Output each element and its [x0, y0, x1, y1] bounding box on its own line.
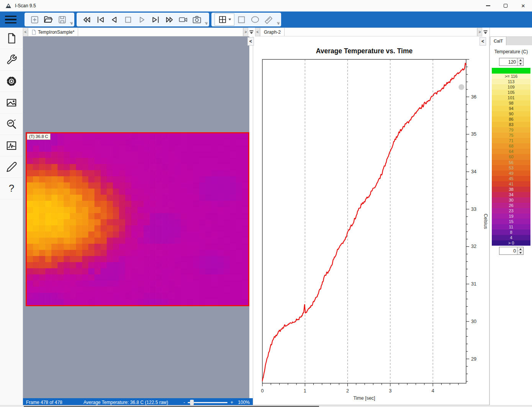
tab-scroll-left-button[interactable]: <	[255, 28, 260, 36]
legend-scale-row: 15	[492, 219, 530, 224]
legend-scale-row: 83	[492, 122, 530, 127]
collapse-image-panel-button[interactable]: <	[247, 37, 254, 46]
svg-text:31: 31	[471, 281, 476, 287]
zoom-out-button[interactable]: -	[183, 399, 185, 405]
legend-max-value[interactable]: 120	[499, 58, 517, 66]
toolbar-overflow-button[interactable]	[70, 22, 73, 26]
thermal-image[interactable]	[27, 133, 248, 305]
main-menu-button[interactable]	[0, 11, 21, 28]
play-icon	[137, 15, 147, 25]
grid-layout-button[interactable]	[214, 13, 234, 26]
toolbar-group-file	[25, 13, 74, 26]
toolbar-overflow-button[interactable]	[277, 22, 280, 26]
legend-scale-row: 68	[492, 143, 530, 149]
legend-scale-row: 101	[492, 95, 530, 100]
ellipse-icon	[250, 15, 260, 25]
window-list-icon	[483, 30, 488, 34]
legend-scale-row: 53	[492, 165, 530, 171]
play-button[interactable]	[135, 13, 149, 26]
open-file-button[interactable]	[41, 13, 55, 26]
step-back-icon	[110, 15, 119, 25]
ruler-tool-button[interactable]	[262, 13, 276, 26]
frame-counter: Frame 478 of 478	[26, 400, 76, 405]
subtab-label: CalT	[494, 39, 503, 43]
tab-scroll-right-button[interactable]: >	[243, 28, 248, 36]
minimize-button[interactable]	[479, 0, 497, 11]
legend-min-value[interactable]: 0	[499, 247, 517, 254]
fast-forward-button[interactable]	[162, 13, 176, 26]
record-video-button[interactable]	[176, 13, 190, 26]
collapse-graph-panel-button[interactable]: <	[480, 37, 486, 46]
zoom-percentage: 100%	[236, 400, 250, 405]
legend-scale-row: > 0	[492, 240, 530, 246]
zoom-slider-handle[interactable]	[190, 400, 194, 405]
arrow-up-icon	[519, 248, 522, 250]
zoom-slider[interactable]	[188, 400, 228, 405]
legend-scale-row: 90	[492, 111, 530, 117]
stop-button[interactable]	[121, 13, 135, 26]
magnifier-trend-icon	[6, 118, 17, 130]
sidebar-item-analyze[interactable]	[0, 113, 23, 135]
rewind-button[interactable]	[80, 13, 93, 26]
close-button[interactable]: ✕	[514, 0, 532, 11]
tab-list-menu-button[interactable]	[248, 28, 255, 36]
main-toolbar	[0, 11, 532, 28]
zoom-in-button[interactable]: +	[230, 399, 233, 405]
rectangle-tool-button[interactable]	[234, 13, 248, 26]
sidebar-item-annotate[interactable]	[0, 156, 23, 178]
legend-min-spinbox[interactable]: 0	[499, 247, 524, 255]
last-frame-button[interactable]	[149, 13, 162, 26]
tab-graph-2[interactable]: Graph-2	[260, 28, 285, 36]
graph-tabbar: < Graph-2 >	[255, 28, 489, 36]
sidebar-item-image[interactable]	[0, 92, 23, 113]
svg-text:Celsius: Celsius	[483, 214, 488, 229]
legend-scale-row: 49	[492, 171, 530, 176]
previous-frame-button[interactable]	[107, 13, 121, 26]
app-window: I-Scan 9.5 ✕	[0, 0, 532, 407]
legend-scale-row: 64	[492, 149, 530, 154]
gear-icon	[6, 75, 17, 87]
legend-scale-row: >= 116	[492, 74, 530, 79]
spin-up-button[interactable]	[517, 58, 523, 62]
sidebar-item-settings[interactable]	[0, 71, 23, 92]
toolbar-overflow-button[interactable]	[205, 22, 208, 26]
save-icon	[57, 15, 67, 25]
window-bottom-edge	[0, 405, 532, 407]
tab-tempironsample[interactable]: TempIronSample*	[28, 28, 78, 36]
spin-down-button[interactable]	[517, 62, 523, 66]
add-window-button[interactable]	[28, 13, 41, 26]
window-title: I-Scan 9.5	[15, 3, 36, 8]
save-file-button[interactable]	[55, 13, 69, 26]
spin-up-button[interactable]	[517, 247, 523, 251]
legend-scale-row: 71	[492, 138, 530, 143]
graph-tab-strip: Graph-2	[260, 28, 477, 36]
skip-to-end-icon	[151, 15, 160, 25]
stop-icon	[123, 15, 133, 25]
sidebar-item-tools[interactable]	[0, 49, 23, 71]
ellipse-tool-button[interactable]	[248, 13, 262, 26]
snapshot-button[interactable]	[190, 13, 204, 26]
tab-scroll-left-button[interactable]: <	[23, 28, 28, 36]
svg-text:Time [sec]: Time [sec]	[353, 396, 375, 401]
tab-list-menu-button[interactable]	[482, 28, 489, 36]
legend-scale-row: 98	[492, 100, 530, 106]
subtab-calt[interactable]: CalT	[490, 36, 506, 45]
first-frame-button[interactable]	[93, 13, 107, 26]
maximize-button[interactable]	[497, 0, 514, 11]
legend-field-label: Temperature (C)	[490, 49, 532, 54]
legend-scale-row: 19	[492, 213, 530, 219]
legend-max-spinbox[interactable]: 120	[499, 58, 524, 66]
arrow-down-icon	[519, 252, 522, 254]
image-canvas: < (T) 36.8 C	[23, 36, 249, 398]
sidebar-item-file[interactable]	[0, 28, 23, 49]
toolbar-group-playback	[77, 13, 209, 26]
svg-text:30: 30	[471, 319, 476, 324]
average-temperature-readout: Average Temperature: 36.8 C (122.5 raw)	[83, 400, 183, 405]
spin-down-button[interactable]	[517, 251, 523, 254]
sidebar-item-graph[interactable]	[0, 135, 23, 156]
thermal-roi[interactable]: (T) 36.8 C	[26, 132, 249, 306]
sidebar-item-help[interactable]: ?	[0, 178, 23, 199]
svg-text:29: 29	[471, 356, 476, 362]
wrench-icon	[6, 54, 17, 65]
tab-scroll-right-button[interactable]: >	[477, 28, 482, 36]
